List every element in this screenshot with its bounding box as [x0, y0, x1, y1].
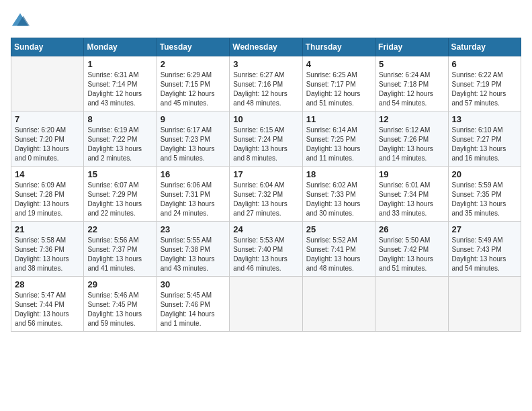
day-info: Sunrise: 5:52 AM Sunset: 7:41 PM Dayligh…: [306, 236, 371, 273]
day-info: Sunrise: 6:29 AM Sunset: 7:15 PM Dayligh…: [161, 71, 226, 108]
calendar-cell: 4Sunrise: 6:25 AM Sunset: 7:17 PM Daylig…: [302, 56, 375, 111]
calendar-cell: 20Sunrise: 5:59 AM Sunset: 7:35 PM Dayli…: [448, 167, 521, 222]
weekday-header: Monday: [84, 38, 157, 56]
calendar-week-row: 21Sunrise: 5:58 AM Sunset: 7:36 PM Dayli…: [11, 222, 521, 277]
day-info: Sunrise: 6:17 AM Sunset: 7:23 PM Dayligh…: [161, 126, 226, 163]
calendar-table: SundayMondayTuesdayWednesdayThursdayFrid…: [11, 38, 521, 332]
calendar-cell: [11, 56, 84, 111]
day-info: Sunrise: 5:58 AM Sunset: 7:36 PM Dayligh…: [15, 236, 80, 273]
calendar-cell: 3Sunrise: 6:27 AM Sunset: 7:16 PM Daylig…: [230, 56, 302, 111]
day-info: Sunrise: 5:45 AM Sunset: 7:46 PM Dayligh…: [161, 291, 226, 328]
day-number: 1: [87, 59, 152, 69]
calendar-cell: 15Sunrise: 6:07 AM Sunset: 7:29 PM Dayli…: [84, 167, 157, 222]
day-number: 2: [161, 59, 226, 69]
day-info: Sunrise: 6:20 AM Sunset: 7:20 PM Dayligh…: [15, 126, 80, 163]
day-number: 7: [15, 114, 80, 124]
day-number: 14: [15, 169, 80, 179]
day-info: Sunrise: 6:31 AM Sunset: 7:14 PM Dayligh…: [87, 71, 152, 108]
calendar-week-row: 14Sunrise: 6:09 AM Sunset: 7:28 PM Dayli…: [11, 167, 521, 222]
day-info: Sunrise: 6:04 AM Sunset: 7:32 PM Dayligh…: [233, 181, 298, 218]
calendar-cell: 27Sunrise: 5:49 AM Sunset: 7:43 PM Dayli…: [448, 222, 521, 277]
day-number: 4: [306, 59, 371, 69]
day-info: Sunrise: 5:53 AM Sunset: 7:40 PM Dayligh…: [233, 236, 298, 273]
calendar-cell: 19Sunrise: 6:01 AM Sunset: 7:34 PM Dayli…: [375, 167, 448, 222]
day-info: Sunrise: 6:01 AM Sunset: 7:34 PM Dayligh…: [379, 181, 444, 218]
day-number: 19: [379, 169, 444, 179]
calendar-cell: 29Sunrise: 5:46 AM Sunset: 7:45 PM Dayli…: [84, 277, 157, 332]
weekday-header: Sunday: [11, 38, 84, 56]
calendar-cell: 28Sunrise: 5:47 AM Sunset: 7:44 PM Dayli…: [11, 277, 84, 332]
calendar-cell: 24Sunrise: 5:53 AM Sunset: 7:40 PM Dayli…: [230, 222, 302, 277]
day-info: Sunrise: 6:24 AM Sunset: 7:18 PM Dayligh…: [379, 71, 444, 108]
day-info: Sunrise: 5:46 AM Sunset: 7:45 PM Dayligh…: [87, 291, 152, 328]
calendar-cell: 17Sunrise: 6:04 AM Sunset: 7:32 PM Dayli…: [230, 167, 302, 222]
day-number: 26: [379, 224, 444, 234]
day-info: Sunrise: 6:19 AM Sunset: 7:22 PM Dayligh…: [87, 126, 152, 163]
day-info: Sunrise: 6:06 AM Sunset: 7:31 PM Dayligh…: [161, 181, 226, 218]
weekday-header-row: SundayMondayTuesdayWednesdayThursdayFrid…: [11, 38, 521, 56]
calendar-cell: 25Sunrise: 5:52 AM Sunset: 7:41 PM Dayli…: [302, 222, 375, 277]
day-number: 12: [379, 114, 444, 124]
day-number: 15: [87, 169, 152, 179]
calendar-cell: 7Sunrise: 6:20 AM Sunset: 7:20 PM Daylig…: [11, 111, 84, 167]
day-number: 6: [452, 59, 517, 69]
calendar-cell: [302, 277, 375, 332]
weekday-header: Wednesday: [230, 38, 302, 56]
day-number: 24: [233, 224, 298, 234]
calendar-week-row: 28Sunrise: 5:47 AM Sunset: 7:44 PM Dayli…: [11, 277, 521, 332]
day-info: Sunrise: 6:15 AM Sunset: 7:24 PM Dayligh…: [233, 126, 298, 163]
day-number: 23: [161, 224, 226, 234]
day-info: Sunrise: 6:14 AM Sunset: 7:25 PM Dayligh…: [306, 126, 371, 163]
day-number: 8: [87, 114, 152, 124]
calendar-cell: 14Sunrise: 6:09 AM Sunset: 7:28 PM Dayli…: [11, 167, 84, 222]
day-number: 3: [233, 59, 298, 69]
day-info: Sunrise: 6:22 AM Sunset: 7:19 PM Dayligh…: [452, 71, 517, 108]
calendar-cell: 13Sunrise: 6:10 AM Sunset: 7:27 PM Dayli…: [448, 111, 521, 167]
day-number: 28: [15, 279, 80, 289]
day-info: Sunrise: 6:02 AM Sunset: 7:33 PM Dayligh…: [306, 181, 371, 218]
calendar-cell: 8Sunrise: 6:19 AM Sunset: 7:22 PM Daylig…: [84, 111, 157, 167]
day-number: 18: [306, 169, 371, 179]
calendar-cell: 16Sunrise: 6:06 AM Sunset: 7:31 PM Dayli…: [157, 167, 229, 222]
day-number: 27: [452, 224, 517, 234]
day-number: 16: [161, 169, 226, 179]
calendar-cell: 21Sunrise: 5:58 AM Sunset: 7:36 PM Dayli…: [11, 222, 84, 277]
day-info: Sunrise: 5:56 AM Sunset: 7:37 PM Dayligh…: [87, 236, 152, 273]
day-info: Sunrise: 5:55 AM Sunset: 7:38 PM Dayligh…: [161, 236, 226, 273]
calendar-cell: [230, 277, 302, 332]
day-number: 21: [15, 224, 80, 234]
calendar-cell: 2Sunrise: 6:29 AM Sunset: 7:15 PM Daylig…: [157, 56, 229, 111]
calendar-cell: 5Sunrise: 6:24 AM Sunset: 7:18 PM Daylig…: [375, 56, 448, 111]
calendar-cell: 26Sunrise: 5:50 AM Sunset: 7:42 PM Dayli…: [375, 222, 448, 277]
day-info: Sunrise: 5:59 AM Sunset: 7:35 PM Dayligh…: [452, 181, 517, 218]
day-number: 25: [306, 224, 371, 234]
day-number: 5: [379, 59, 444, 69]
day-number: 22: [87, 224, 152, 234]
day-number: 13: [452, 114, 517, 124]
day-number: 17: [233, 169, 298, 179]
day-info: Sunrise: 6:27 AM Sunset: 7:16 PM Dayligh…: [233, 71, 298, 108]
weekday-header: Thursday: [302, 38, 375, 56]
day-info: Sunrise: 5:47 AM Sunset: 7:44 PM Dayligh…: [15, 291, 80, 328]
calendar-cell: 23Sunrise: 5:55 AM Sunset: 7:38 PM Dayli…: [157, 222, 229, 277]
logo-icon: [11, 11, 30, 30]
day-number: 11: [306, 114, 371, 124]
day-info: Sunrise: 5:50 AM Sunset: 7:42 PM Dayligh…: [379, 236, 444, 273]
page-header: [11, 11, 521, 30]
day-info: Sunrise: 6:25 AM Sunset: 7:17 PM Dayligh…: [306, 71, 371, 108]
logo: [11, 11, 32, 30]
day-info: Sunrise: 6:09 AM Sunset: 7:28 PM Dayligh…: [15, 181, 80, 218]
day-info: Sunrise: 5:49 AM Sunset: 7:43 PM Dayligh…: [452, 236, 517, 273]
day-info: Sunrise: 6:07 AM Sunset: 7:29 PM Dayligh…: [87, 181, 152, 218]
calendar-cell: [448, 277, 521, 332]
weekday-header: Saturday: [448, 38, 521, 56]
calendar-cell: 12Sunrise: 6:12 AM Sunset: 7:26 PM Dayli…: [375, 111, 448, 167]
day-number: 10: [233, 114, 298, 124]
day-number: 20: [452, 169, 517, 179]
calendar-cell: 10Sunrise: 6:15 AM Sunset: 7:24 PM Dayli…: [230, 111, 302, 167]
calendar-cell: [375, 277, 448, 332]
day-info: Sunrise: 6:12 AM Sunset: 7:26 PM Dayligh…: [379, 126, 444, 163]
day-info: Sunrise: 6:10 AM Sunset: 7:27 PM Dayligh…: [452, 126, 517, 163]
weekday-header: Tuesday: [157, 38, 229, 56]
day-number: 30: [161, 279, 226, 289]
